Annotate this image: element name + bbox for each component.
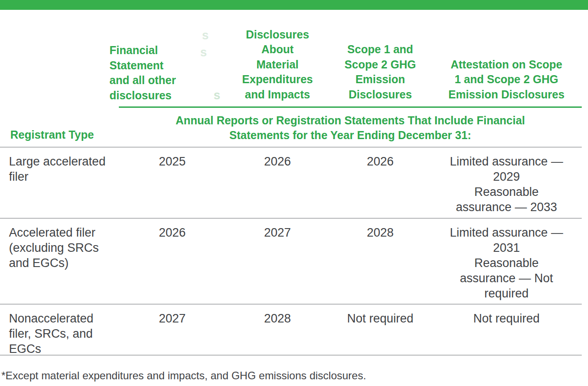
ghost-text-artifact: s xyxy=(202,29,209,42)
table-row-nonaccelerated-filer: Nonacceleratedfiler, SRCs, andEGCs 2027 … xyxy=(0,305,582,356)
financial-statement-date-cell: 2027 xyxy=(119,305,226,356)
financial-statement-date-cell: 2026 xyxy=(119,219,226,304)
header-underline-rule xyxy=(119,106,582,108)
annual-reports-span-header: Annual Reports or Registration Statement… xyxy=(119,112,582,143)
column-header-financial-statement: FinancialStatementand all otherdisclosur… xyxy=(109,43,176,103)
registrant-type-label: Registrant Type xyxy=(0,128,119,147)
registrant-cell: Nonacceleratedfiler, SRCs, andEGCs xyxy=(0,305,119,356)
ghost-text-artifact: s xyxy=(200,46,207,59)
attestation-cell: Limited assurance —2031Reasonableassuran… xyxy=(431,219,582,304)
top-accent-bar xyxy=(0,0,588,10)
registrant-cell: Accelerated filer(excluding SRCsand EGCs… xyxy=(0,219,119,304)
attestation-cell: Limited assurance —2029Reasonableassuran… xyxy=(431,148,582,218)
material-expenditures-date-cell: 2028 xyxy=(226,305,329,356)
material-expenditures-date-cell: 2026 xyxy=(226,148,329,218)
financial-statement-date-cell: 2025 xyxy=(119,148,226,218)
column-header-material-expenditures: DisclosuresAboutMaterialExpendituresand … xyxy=(226,27,329,102)
column-header-attestation: Attestation on Scope1 and Scope 2 GHGEmi… xyxy=(431,57,582,102)
attestation-cell: Not required xyxy=(431,305,582,356)
registrant-cell: Large acceleratedfiler xyxy=(0,148,119,218)
scope-emissions-date-cell: Not required xyxy=(329,305,431,356)
ghost-text-artifact: s xyxy=(214,89,220,102)
compliance-table: s s s FinancialStatementand all otherdis… xyxy=(0,10,582,382)
table-row-accelerated-filer: Accelerated filer(excluding SRCsand EGCs… xyxy=(0,219,582,305)
table-row-large-accelerated-filer: Large acceleratedfiler 2025 2026 2026 Li… xyxy=(0,148,582,219)
footnote: *Except material expenditures and impact… xyxy=(0,356,582,382)
span-header-row: Registrant Type Annual Reports or Regist… xyxy=(0,108,582,148)
column-header-row: s s s FinancialStatementand all otherdis… xyxy=(0,10,582,108)
column-header-scope-emissions: Scope 1 andScope 2 GHGEmissionDisclosure… xyxy=(329,42,431,102)
scope-emissions-date-cell: 2026 xyxy=(329,148,431,218)
scope-emissions-date-cell: 2028 xyxy=(329,219,431,304)
material-expenditures-date-cell: 2027 xyxy=(226,219,329,304)
